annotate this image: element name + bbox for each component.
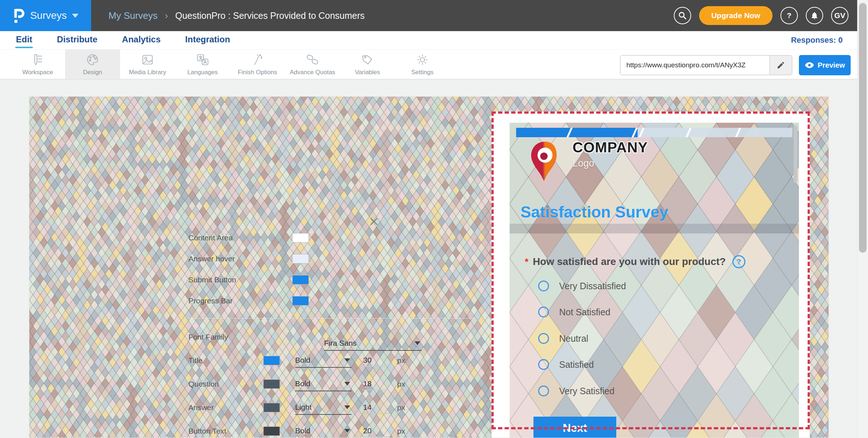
font-family-select[interactable]: Fira Sans	[324, 336, 422, 351]
font-weight-select[interactable]: Bold	[295, 377, 352, 391]
next-button[interactable]: Next	[533, 417, 616, 438]
toolbar-item-settings[interactable]: Settings	[395, 50, 450, 79]
toolbar-item-media-library[interactable]: Media Library	[120, 50, 175, 79]
chevron-down-icon	[344, 405, 350, 409]
toolbar-item-variables[interactable]: Variables	[340, 50, 395, 79]
answer-label: Satisfied	[559, 359, 594, 370]
font-weight-value: Light	[295, 403, 312, 412]
search-button[interactable]	[674, 7, 691, 24]
toolbar-item-workspace[interactable]: Workspace	[10, 50, 65, 79]
variables-tag-icon	[360, 52, 375, 67]
tab-edit[interactable]: Edit	[15, 33, 33, 47]
tab-integration[interactable]: Integration	[184, 33, 231, 47]
remove-background-button[interactable]	[369, 216, 379, 227]
answer-option-satisfied[interactable]: Satisfied	[538, 359, 594, 370]
font-color-swatch[interactable]	[263, 426, 280, 436]
workspace-icon	[30, 52, 45, 67]
user-avatar[interactable]: GV	[831, 7, 848, 24]
company-text-block: COMPANY Logo	[573, 139, 648, 169]
font-color-swatch[interactable]	[263, 356, 280, 365]
radio-button[interactable]	[538, 359, 549, 370]
color-swatch[interactable]	[292, 233, 309, 243]
answer-label: Neutral	[559, 333, 588, 344]
avatar-initials: GV	[834, 11, 845, 20]
company-pin-logo	[526, 139, 564, 181]
responses-count[interactable]: Responses: 0	[791, 35, 843, 45]
font-size-input[interactable]	[362, 378, 389, 390]
section-tabs: Edit Distribute Analytics Integration Re…	[0, 31, 868, 49]
unit-label: px	[397, 380, 405, 388]
color-row-answer-hover: Answer hover	[188, 253, 309, 264]
top-header: Surveys My Surveys › QuestionPro : Servi…	[0, 0, 868, 31]
radio-button[interactable]	[538, 386, 549, 396]
font-family-label: Font Family	[188, 333, 228, 341]
questionpro-design-page: Surveys My Surveys › QuestionPro : Servi…	[0, 0, 868, 438]
font-size-input[interactable]	[362, 425, 389, 437]
page-scrollbar-thumb[interactable]	[859, 3, 867, 253]
title-separator-band	[510, 224, 799, 233]
page-scrollbar-track[interactable]	[857, 0, 868, 438]
chevron-down-icon	[72, 14, 78, 18]
survey-scrollbar-thumb[interactable]	[793, 126, 797, 183]
progress-segment-divider	[734, 128, 742, 137]
upgrade-now-button[interactable]: Upgrade Now	[699, 6, 773, 25]
font-weight-value: Bold	[295, 356, 310, 365]
survey-url-input[interactable]	[621, 56, 769, 75]
radio-button[interactable]	[538, 281, 549, 291]
radio-button[interactable]	[538, 307, 549, 317]
font-size-input[interactable]	[362, 354, 389, 367]
toolbar-item-advance-quotas[interactable]: Advance Quotas	[285, 50, 340, 79]
progress-segment-divider	[685, 128, 692, 137]
font-weight-select[interactable]: Light	[295, 400, 352, 415]
edit-url-button[interactable]	[769, 56, 792, 75]
color-row-label: Progress Bar	[188, 296, 292, 305]
font-weight-select[interactable]: Bold	[295, 353, 352, 368]
toolbar-item-label: Variables	[355, 69, 380, 76]
finish-options-wand-icon	[250, 52, 265, 67]
font-size-input[interactable]	[362, 401, 389, 414]
tab-analytics[interactable]: Analytics	[121, 33, 161, 47]
font-row-button-text: Button Text Bold px	[188, 426, 474, 437]
help-button[interactable]: ?	[780, 7, 798, 24]
color-swatch[interactable]	[292, 296, 309, 306]
survey-question: * How satisfied are you with our product…	[525, 255, 778, 268]
radio-button[interactable]	[538, 333, 549, 344]
design-palette-icon	[85, 52, 100, 67]
breadcrumb-separator: ›	[165, 10, 168, 21]
answer-label: Not Satisfied	[559, 307, 610, 317]
languages-icon	[195, 52, 210, 67]
unit-label: px	[397, 403, 405, 412]
toolbar-item-languages[interactable]: Languages	[175, 50, 230, 79]
chevron-down-icon	[344, 358, 350, 362]
product-menu[interactable]: Surveys	[0, 0, 91, 31]
advance-quotas-link-icon	[305, 52, 320, 67]
breadcrumb: My Surveys › QuestionPro : Services Prov…	[109, 10, 365, 21]
chevron-down-icon	[344, 382, 350, 386]
question-help-icon[interactable]: ?	[732, 255, 745, 268]
toolbar-item-label: Languages	[187, 69, 218, 76]
settings-gear-icon	[415, 52, 430, 67]
pencil-icon	[776, 61, 785, 70]
toolbar-item-design[interactable]: Design	[65, 50, 120, 79]
required-asterisk: *	[525, 256, 528, 268]
answer-option-very-satisfied[interactable]: Very Satisfied	[538, 386, 614, 396]
toolbar-item-label: Design	[83, 69, 102, 76]
font-weight-select[interactable]: Bold	[295, 424, 352, 438]
eye-icon	[805, 62, 814, 68]
answer-option-very-dissatisfied[interactable]: Very Dissatisfied	[538, 281, 626, 291]
color-swatch[interactable]	[292, 275, 309, 285]
survey-preview: COMPANY Logo Satisfaction Survey * How s…	[510, 123, 799, 438]
notifications-button[interactable]	[806, 7, 823, 24]
font-row-label: Title	[188, 356, 263, 365]
answer-option-neutral[interactable]: Neutral	[538, 333, 588, 344]
tab-distribute[interactable]: Distribute	[56, 33, 98, 47]
preview-button[interactable]: Preview	[799, 55, 851, 75]
font-color-swatch[interactable]	[263, 379, 280, 389]
answer-option-not-satisfied[interactable]: Not Satisfied	[538, 307, 610, 317]
font-color-swatch[interactable]	[263, 403, 280, 412]
color-swatch[interactable]	[292, 254, 309, 264]
toolbar-item-finish-options[interactable]: Finish Options	[230, 50, 285, 79]
header-actions: Upgrade Now ? GV	[674, 6, 868, 25]
color-row-label: Content Area	[188, 233, 292, 242]
breadcrumb-my-surveys[interactable]: My Surveys	[109, 10, 158, 21]
